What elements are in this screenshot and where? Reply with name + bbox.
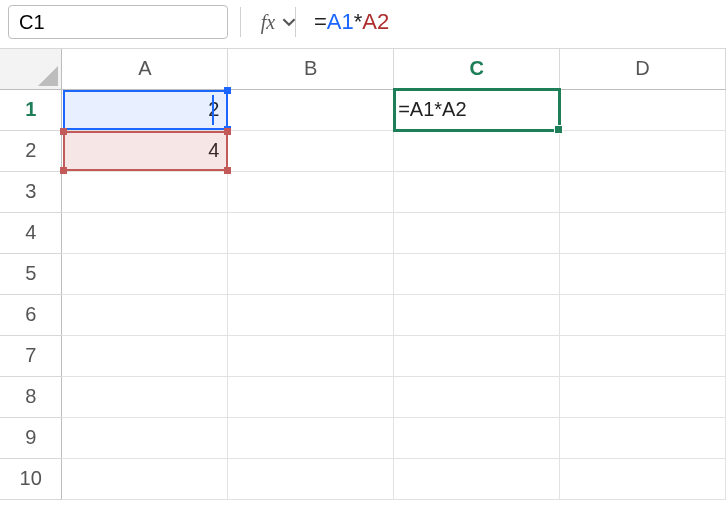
cell-c2[interactable] [394, 130, 560, 171]
cell-d5[interactable] [560, 253, 726, 294]
spreadsheet-grid[interactable]: A B C D 1 2 =A1*A2 2 4 3 [0, 48, 726, 500]
cell-c9[interactable] [394, 417, 560, 458]
cell-c6[interactable] [394, 294, 560, 335]
row-header-1[interactable]: 1 [0, 89, 62, 130]
cell-a8[interactable] [62, 376, 228, 417]
cell-b9[interactable] [228, 417, 394, 458]
cell-c8[interactable] [394, 376, 560, 417]
cell-d3[interactable] [560, 171, 726, 212]
row-header-8[interactable]: 8 [0, 376, 62, 417]
cell-c7[interactable] [394, 335, 560, 376]
cell-a6[interactable] [62, 294, 228, 335]
cell-c1[interactable]: =A1*A2 [394, 89, 560, 130]
column-header-b[interactable]: B [228, 49, 394, 89]
cell-b6[interactable] [228, 294, 394, 335]
cell-a7[interactable] [62, 335, 228, 376]
cell-d8[interactable] [560, 376, 726, 417]
chevron-down-icon[interactable] [282, 15, 296, 29]
formula-ref-a2: A2 [362, 9, 389, 35]
row-header-5[interactable]: 5 [0, 253, 62, 294]
row-header-10[interactable]: 10 [0, 458, 62, 499]
row-header-9[interactable]: 9 [0, 417, 62, 458]
cell-a10[interactable] [62, 458, 228, 499]
column-header-d[interactable]: D [560, 49, 726, 89]
cell-b8[interactable] [228, 376, 394, 417]
divider [295, 7, 296, 37]
cell-b3[interactable] [228, 171, 394, 212]
cell-a9[interactable] [62, 417, 228, 458]
cell-a4[interactable] [62, 212, 228, 253]
cell-d2[interactable] [560, 130, 726, 171]
column-header-a[interactable]: A [62, 49, 228, 89]
cell-c5[interactable] [394, 253, 560, 294]
formula-operator: * [354, 9, 363, 35]
select-all-corner[interactable] [0, 49, 62, 89]
cell-b10[interactable] [228, 458, 394, 499]
row-header-7[interactable]: 7 [0, 335, 62, 376]
cell-c4[interactable] [394, 212, 560, 253]
cell-a5[interactable] [62, 253, 228, 294]
cell-d4[interactable] [560, 212, 726, 253]
row-header-2[interactable]: 2 [0, 130, 62, 171]
cell-b5[interactable] [228, 253, 394, 294]
name-box[interactable] [8, 5, 228, 39]
cell-d9[interactable] [560, 417, 726, 458]
row-header-6[interactable]: 6 [0, 294, 62, 335]
cell-a3[interactable] [62, 171, 228, 212]
cell-b4[interactable] [228, 212, 394, 253]
cell-c10[interactable] [394, 458, 560, 499]
cell-c3[interactable] [394, 171, 560, 212]
column-header-c[interactable]: C [394, 49, 560, 89]
formula-ref-a1: A1 [327, 9, 354, 35]
name-box-input[interactable] [9, 11, 282, 34]
formula-bar[interactable]: =A1*A2 [308, 5, 718, 39]
cell-b1[interactable] [228, 89, 394, 130]
cell-d10[interactable] [560, 458, 726, 499]
cell-a2[interactable]: 4 [62, 130, 228, 171]
cell-d7[interactable] [560, 335, 726, 376]
divider [240, 7, 241, 37]
formula-equals: = [314, 9, 327, 35]
cell-d1[interactable] [560, 89, 726, 130]
cell-d6[interactable] [560, 294, 726, 335]
cell-b2[interactable] [228, 130, 394, 171]
row-header-3[interactable]: 3 [0, 171, 62, 212]
cell-b7[interactable] [228, 335, 394, 376]
formula-toolbar: fx =A1*A2 [0, 0, 726, 48]
cell-a1[interactable]: 2 [62, 89, 228, 130]
fx-icon[interactable]: fx [253, 11, 283, 34]
row-header-4[interactable]: 4 [0, 212, 62, 253]
